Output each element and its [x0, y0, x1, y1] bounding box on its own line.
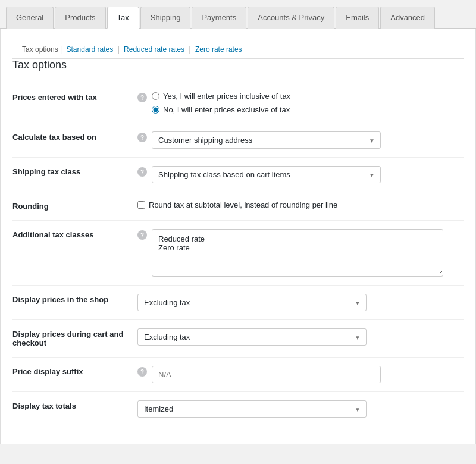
sub-tab-reduced-rates[interactable]: Reduced rate rates — [124, 45, 184, 54]
display-prices-shop-field: Excluding tax Including tax ▼ — [137, 294, 464, 311]
page-wrapper: General Products Tax Shipping Payments A… — [0, 6, 476, 464]
tab-accounts[interactable]: Accounts & Privacy — [248, 7, 334, 29]
display-prices-cart-select[interactable]: Excluding tax Including tax — [137, 328, 367, 346]
row-display-tax-totals: Display tax totals Itemized As a single … — [12, 392, 464, 427]
radio-exclusive-input[interactable] — [152, 106, 159, 114]
rounding-checkbox-label[interactable]: Round tax at subtotal level, instead of … — [137, 200, 337, 209]
radio-inclusive-input[interactable] — [152, 92, 159, 100]
shipping-tax-class-help-icon[interactable]: ? — [137, 167, 147, 177]
sub-tab-zero-rates[interactable]: Zero rate rates — [195, 45, 242, 54]
rounding-field: Round tax at subtotal level, instead of … — [137, 200, 464, 209]
display-prices-shop-select[interactable]: Excluding tax Including tax — [137, 294, 367, 311]
display-tax-totals-select-wrapper: Itemized As a single total ▼ — [137, 400, 367, 418]
price-display-suffix-help-icon[interactable]: ? — [137, 367, 147, 377]
additional-tax-classes-field: ? Reduced rate Zero rate — [137, 229, 464, 277]
row-display-prices-shop: Display prices in the shop Excluding tax… — [12, 286, 464, 320]
section-title: Tax options — [12, 59, 464, 71]
shipping-tax-class-label: Shipping tax class — [12, 167, 80, 176]
prices-with-tax-help-icon[interactable]: ? — [137, 93, 147, 102]
separator2: | — [118, 45, 120, 54]
calculate-based-on-label: Calculate tax based on — [12, 133, 96, 142]
row-price-display-suffix: Price display suffix ? — [12, 358, 464, 392]
sub-tab-current: Tax options — [22, 45, 58, 54]
calculate-based-on-field: ? Customer shipping address Customer bil… — [137, 131, 464, 149]
sub-tab-bar: Tax options | Standard rates | Reduced r… — [12, 40, 464, 59]
tab-shipping[interactable]: Shipping — [140, 7, 191, 29]
calculate-based-on-select[interactable]: Customer shipping address Customer billi… — [152, 131, 381, 149]
additional-tax-classes-label: Additional tax classes — [12, 230, 94, 239]
tab-products[interactable]: Products — [55, 7, 105, 29]
display-tax-totals-label: Display tax totals — [12, 402, 76, 410]
shipping-tax-class-field: ? Shipping tax class based on cart items… — [137, 166, 464, 183]
row-display-prices-cart: Display prices during cart and checkout … — [12, 320, 464, 358]
prices-with-tax-radio-group: Yes, I will enter prices inclusive of ta… — [152, 92, 290, 114]
content-area: Tax options | Standard rates | Reduced r… — [0, 29, 476, 444]
display-prices-cart-select-wrapper: Excluding tax Including tax ▼ — [137, 328, 367, 346]
display-prices-shop-select-wrapper: Excluding tax Including tax ▼ — [137, 294, 367, 311]
rounding-checkbox[interactable] — [137, 201, 145, 209]
tab-advanced[interactable]: Advanced — [380, 7, 435, 29]
shipping-tax-class-select-wrapper: Shipping tax class based on cart items S… — [152, 166, 381, 183]
tab-general[interactable]: General — [6, 7, 54, 29]
price-display-suffix-label: Price display suffix — [12, 367, 83, 376]
sub-tab-standard-rates[interactable]: Standard rates — [67, 45, 114, 54]
row-additional-tax-classes: Additional tax classes ? Reduced rate Ze… — [12, 221, 464, 286]
separator1: | — [60, 45, 62, 54]
tab-bar: General Products Tax Shipping Payments A… — [0, 6, 476, 29]
separator3: | — [189, 45, 190, 54]
display-tax-totals-select[interactable]: Itemized As a single total — [137, 400, 367, 418]
tab-emails[interactable]: Emails — [336, 7, 379, 29]
price-display-suffix-field: ? — [137, 366, 464, 383]
shipping-tax-class-select[interactable]: Shipping tax class based on cart items S… — [152, 166, 381, 183]
row-rounding: Rounding Round tax at subtotal level, in… — [12, 192, 464, 221]
display-prices-shop-label: Display prices in the shop — [12, 295, 108, 304]
prices-with-tax-field: ? Yes, I will enter prices inclusive of … — [137, 92, 464, 114]
row-prices-with-tax: Prices entered with tax ? Yes, I will en… — [12, 83, 464, 123]
tab-tax[interactable]: Tax — [107, 7, 139, 29]
prices-with-tax-label: Prices entered with tax — [12, 93, 97, 102]
display-prices-cart-label: Display prices during cart and checkout — [12, 330, 123, 347]
radio-exclusive-label: No, I will enter prices exclusive of tax — [163, 105, 290, 114]
additional-tax-classes-help-icon[interactable]: ? — [137, 230, 147, 240]
price-display-suffix-input[interactable] — [152, 366, 381, 383]
rounding-label: Rounding — [12, 202, 49, 211]
settings-table: Prices entered with tax ? Yes, I will en… — [12, 83, 464, 426]
row-calculate-based-on: Calculate tax based on ? Customer shippi… — [12, 123, 464, 158]
radio-inclusive[interactable]: Yes, I will enter prices inclusive of ta… — [152, 92, 290, 101]
display-prices-cart-field: Excluding tax Including tax ▼ — [137, 328, 464, 346]
display-tax-totals-field: Itemized As a single total ▼ — [137, 400, 464, 418]
radio-exclusive[interactable]: No, I will enter prices exclusive of tax — [152, 105, 290, 114]
additional-tax-classes-textarea[interactable]: Reduced rate Zero rate — [152, 229, 443, 277]
calculate-based-on-select-wrapper: Customer shipping address Customer billi… — [152, 131, 381, 149]
calculate-based-on-help-icon[interactable]: ? — [137, 133, 147, 142]
radio-inclusive-label: Yes, I will enter prices inclusive of ta… — [163, 92, 290, 101]
tab-payments[interactable]: Payments — [192, 7, 246, 29]
row-shipping-tax-class: Shipping tax class ? Shipping tax class … — [12, 158, 464, 192]
rounding-checkbox-text: Round tax at subtotal level, instead of … — [149, 200, 337, 209]
